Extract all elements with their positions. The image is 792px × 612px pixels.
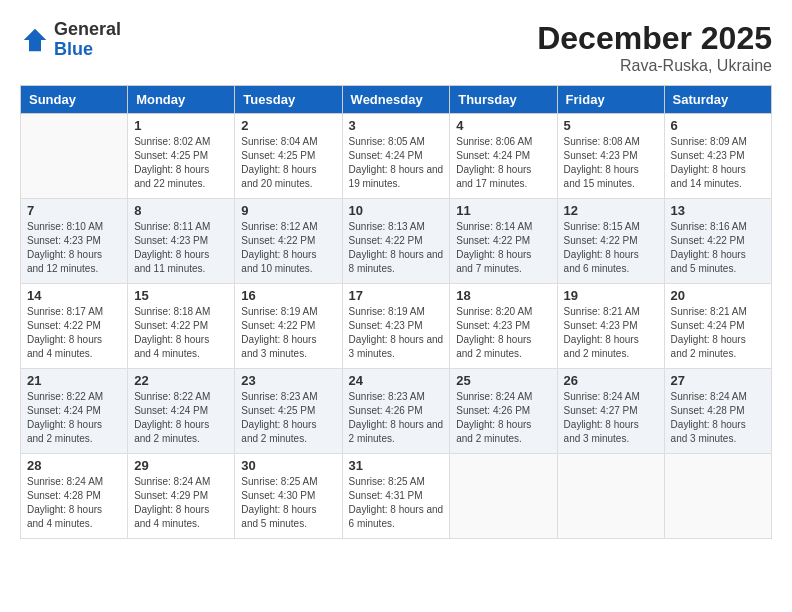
table-row: 19Sunrise: 8:21 AMSunset: 4:23 PMDayligh… [557,284,664,369]
weekday-header-row: Sunday Monday Tuesday Wednesday Thursday… [21,86,772,114]
day-info: Sunrise: 8:04 AMSunset: 4:25 PMDaylight:… [241,135,335,191]
day-number: 16 [241,288,335,303]
day-info: Sunrise: 8:18 AMSunset: 4:22 PMDaylight:… [134,305,228,361]
day-info: Sunrise: 8:24 AMSunset: 4:28 PMDaylight:… [27,475,121,531]
day-number: 2 [241,118,335,133]
table-row: 14Sunrise: 8:17 AMSunset: 4:22 PMDayligh… [21,284,128,369]
calendar-week-row: 14Sunrise: 8:17 AMSunset: 4:22 PMDayligh… [21,284,772,369]
table-row: 13Sunrise: 8:16 AMSunset: 4:22 PMDayligh… [664,199,771,284]
calendar-week-row: 7Sunrise: 8:10 AMSunset: 4:23 PMDaylight… [21,199,772,284]
logo-blue: Blue [54,40,121,60]
calendar-week-row: 28Sunrise: 8:24 AMSunset: 4:28 PMDayligh… [21,454,772,539]
day-info: Sunrise: 8:02 AMSunset: 4:25 PMDaylight:… [134,135,228,191]
header-thursday: Thursday [450,86,557,114]
table-row: 21Sunrise: 8:22 AMSunset: 4:24 PMDayligh… [21,369,128,454]
day-number: 26 [564,373,658,388]
table-row: 12Sunrise: 8:15 AMSunset: 4:22 PMDayligh… [557,199,664,284]
day-number: 21 [27,373,121,388]
header-tuesday: Tuesday [235,86,342,114]
day-number: 22 [134,373,228,388]
day-number: 25 [456,373,550,388]
day-number: 29 [134,458,228,473]
table-row: 15Sunrise: 8:18 AMSunset: 4:22 PMDayligh… [128,284,235,369]
day-number: 19 [564,288,658,303]
calendar-week-row: 1Sunrise: 8:02 AMSunset: 4:25 PMDaylight… [21,114,772,199]
day-number: 3 [349,118,444,133]
table-row: 11Sunrise: 8:14 AMSunset: 4:22 PMDayligh… [450,199,557,284]
header-monday: Monday [128,86,235,114]
table-row: 8Sunrise: 8:11 AMSunset: 4:23 PMDaylight… [128,199,235,284]
day-info: Sunrise: 8:21 AMSunset: 4:24 PMDaylight:… [671,305,765,361]
day-number: 30 [241,458,335,473]
logo-text: General Blue [54,20,121,60]
table-row: 30Sunrise: 8:25 AMSunset: 4:30 PMDayligh… [235,454,342,539]
day-info: Sunrise: 8:16 AMSunset: 4:22 PMDaylight:… [671,220,765,276]
calendar-subtitle: Rava-Ruska, Ukraine [537,57,772,75]
day-info: Sunrise: 8:14 AMSunset: 4:22 PMDaylight:… [456,220,550,276]
table-row: 28Sunrise: 8:24 AMSunset: 4:28 PMDayligh… [21,454,128,539]
day-number: 7 [27,203,121,218]
table-row: 24Sunrise: 8:23 AMSunset: 4:26 PMDayligh… [342,369,450,454]
day-number: 27 [671,373,765,388]
table-row: 3Sunrise: 8:05 AMSunset: 4:24 PMDaylight… [342,114,450,199]
day-info: Sunrise: 8:24 AMSunset: 4:26 PMDaylight:… [456,390,550,446]
header-sunday: Sunday [21,86,128,114]
day-number: 6 [671,118,765,133]
calendar-week-row: 21Sunrise: 8:22 AMSunset: 4:24 PMDayligh… [21,369,772,454]
day-info: Sunrise: 8:24 AMSunset: 4:27 PMDaylight:… [564,390,658,446]
day-number: 11 [456,203,550,218]
calendar-table: Sunday Monday Tuesday Wednesday Thursday… [20,85,772,539]
day-number: 20 [671,288,765,303]
table-row: 6Sunrise: 8:09 AMSunset: 4:23 PMDaylight… [664,114,771,199]
day-info: Sunrise: 8:11 AMSunset: 4:23 PMDaylight:… [134,220,228,276]
table-row: 7Sunrise: 8:10 AMSunset: 4:23 PMDaylight… [21,199,128,284]
table-row: 31Sunrise: 8:25 AMSunset: 4:31 PMDayligh… [342,454,450,539]
table-row [450,454,557,539]
day-info: Sunrise: 8:23 AMSunset: 4:25 PMDaylight:… [241,390,335,446]
table-row: 23Sunrise: 8:23 AMSunset: 4:25 PMDayligh… [235,369,342,454]
table-row: 27Sunrise: 8:24 AMSunset: 4:28 PMDayligh… [664,369,771,454]
day-number: 17 [349,288,444,303]
day-info: Sunrise: 8:05 AMSunset: 4:24 PMDaylight:… [349,135,444,191]
day-info: Sunrise: 8:09 AMSunset: 4:23 PMDaylight:… [671,135,765,191]
table-row: 2Sunrise: 8:04 AMSunset: 4:25 PMDaylight… [235,114,342,199]
table-row [557,454,664,539]
day-info: Sunrise: 8:19 AMSunset: 4:22 PMDaylight:… [241,305,335,361]
table-row: 22Sunrise: 8:22 AMSunset: 4:24 PMDayligh… [128,369,235,454]
day-info: Sunrise: 8:20 AMSunset: 4:23 PMDaylight:… [456,305,550,361]
day-info: Sunrise: 8:25 AMSunset: 4:31 PMDaylight:… [349,475,444,531]
day-number: 14 [27,288,121,303]
day-info: Sunrise: 8:10 AMSunset: 4:23 PMDaylight:… [27,220,121,276]
logo-general: General [54,20,121,40]
table-row: 16Sunrise: 8:19 AMSunset: 4:22 PMDayligh… [235,284,342,369]
day-info: Sunrise: 8:25 AMSunset: 4:30 PMDaylight:… [241,475,335,531]
table-row: 9Sunrise: 8:12 AMSunset: 4:22 PMDaylight… [235,199,342,284]
day-number: 10 [349,203,444,218]
table-row: 26Sunrise: 8:24 AMSunset: 4:27 PMDayligh… [557,369,664,454]
day-number: 12 [564,203,658,218]
day-number: 13 [671,203,765,218]
table-row: 25Sunrise: 8:24 AMSunset: 4:26 PMDayligh… [450,369,557,454]
table-row: 5Sunrise: 8:08 AMSunset: 4:23 PMDaylight… [557,114,664,199]
day-info: Sunrise: 8:17 AMSunset: 4:22 PMDaylight:… [27,305,121,361]
day-number: 4 [456,118,550,133]
table-row: 4Sunrise: 8:06 AMSunset: 4:24 PMDaylight… [450,114,557,199]
day-info: Sunrise: 8:24 AMSunset: 4:29 PMDaylight:… [134,475,228,531]
day-info: Sunrise: 8:12 AMSunset: 4:22 PMDaylight:… [241,220,335,276]
logo: General Blue [20,20,121,60]
logo-icon [20,25,50,55]
day-number: 23 [241,373,335,388]
table-row: 18Sunrise: 8:20 AMSunset: 4:23 PMDayligh… [450,284,557,369]
day-number: 18 [456,288,550,303]
header-wednesday: Wednesday [342,86,450,114]
header-friday: Friday [557,86,664,114]
table-row: 17Sunrise: 8:19 AMSunset: 4:23 PMDayligh… [342,284,450,369]
day-info: Sunrise: 8:24 AMSunset: 4:28 PMDaylight:… [671,390,765,446]
day-info: Sunrise: 8:06 AMSunset: 4:24 PMDaylight:… [456,135,550,191]
day-number: 15 [134,288,228,303]
day-number: 9 [241,203,335,218]
day-number: 5 [564,118,658,133]
table-row [664,454,771,539]
table-row: 20Sunrise: 8:21 AMSunset: 4:24 PMDayligh… [664,284,771,369]
day-info: Sunrise: 8:22 AMSunset: 4:24 PMDaylight:… [134,390,228,446]
